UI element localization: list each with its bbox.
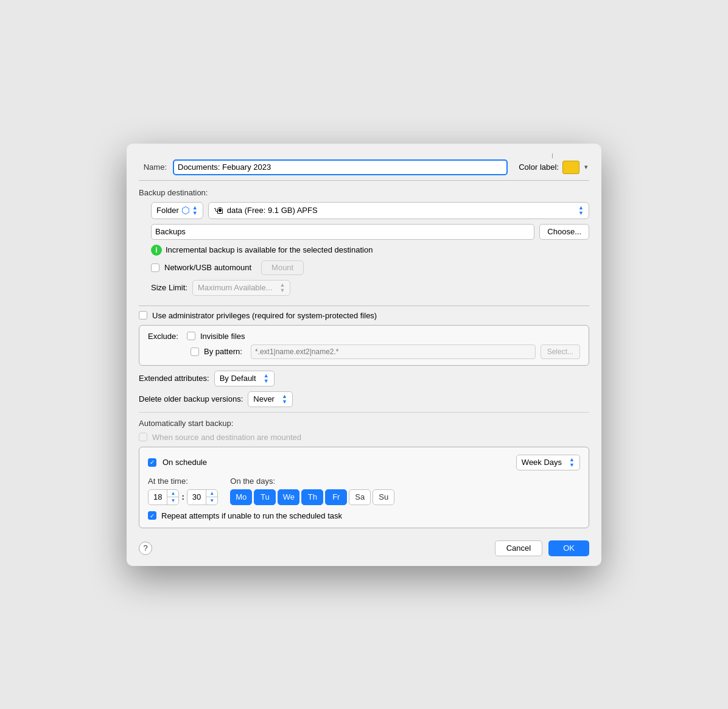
delete-older-select[interactable]: Never ▲▼: [248, 391, 293, 407]
exclude-box: Exclude: Invisible files By pattern: Sel…: [139, 325, 589, 366]
time-col: At the time: 18 ▲ ▼ : 30 ▲ ▼: [148, 477, 218, 505]
cancel-button[interactable]: Cancel: [495, 540, 542, 556]
repeat-checkbox[interactable]: [148, 511, 156, 520]
info-text: Incremental backup is available for the …: [166, 245, 373, 254]
backup-dest-section: Backup destination: Folder ⬡ ▲▼ 🖲 data (…: [139, 186, 589, 301]
days-buttons: Mo Tu We Th Fr Sa Su: [230, 489, 394, 505]
on-schedule-checkbox[interactable]: [148, 458, 156, 467]
day-fr-button[interactable]: Fr: [325, 489, 347, 505]
day-we-button[interactable]: We: [278, 489, 299, 505]
exclude-pattern-row: By pattern: Select...: [148, 344, 580, 359]
minutes-stepper[interactable]: 30 ▲ ▼: [187, 489, 218, 505]
exclude-label: Exclude:: [148, 332, 178, 341]
size-limit-select[interactable]: Maximum Available... ▲▼: [192, 280, 291, 296]
week-days-label: Week Days: [522, 458, 562, 467]
at-time-label: At the time:: [148, 477, 218, 486]
day-th-button[interactable]: Th: [301, 489, 323, 505]
invisible-files-checkbox[interactable]: [187, 332, 195, 340]
name-label: Name:: [139, 162, 167, 172]
network-usb-row: Network/USB automount Mount: [151, 260, 589, 275]
day-su-button[interactable]: Su: [373, 489, 394, 505]
color-label: Color label:: [519, 162, 559, 172]
day-sa-button[interactable]: Sa: [349, 489, 371, 505]
hours-arrows: ▲ ▼: [167, 490, 178, 505]
hours-value: 18: [149, 492, 167, 501]
backup-dest-row: Folder ⬡ ▲▼ 🖲 data (Free: 9.1 GB) APFS ▲…: [151, 202, 589, 219]
day-mo-button[interactable]: Mo: [230, 489, 252, 505]
backup-dialog: Name: Color label: ▾ Backup destination:…: [127, 144, 601, 566]
delete-older-label: Delete older backup versions:: [139, 394, 243, 403]
name-input[interactable]: [173, 159, 508, 175]
when-mounted-label: When source and destination are mounted: [152, 433, 301, 442]
info-icon: i: [151, 245, 162, 256]
name-row: Name: Color label: ▾: [139, 159, 589, 175]
mount-button: Mount: [261, 260, 304, 275]
choose-button[interactable]: Choose...: [539, 224, 589, 240]
color-chevron-button[interactable]: ▾: [583, 163, 589, 171]
extended-attr-label: Extended attributes:: [139, 374, 209, 383]
hours-down[interactable]: ▼: [167, 497, 178, 505]
size-placeholder: Maximum Available...: [198, 283, 273, 292]
when-mounted-checkbox[interactable]: [139, 433, 147, 441]
minutes-up[interactable]: ▲: [206, 490, 217, 497]
week-days-select[interactable]: Week Days ▲▼: [516, 455, 580, 470]
bottom-row: ? Cancel OK: [139, 536, 589, 556]
never-label: Never: [253, 394, 275, 403]
exclude-invisible-row: Exclude: Invisible files: [148, 332, 580, 341]
by-pattern-label: By pattern:: [204, 347, 242, 356]
delete-older-row: Delete older backup versions: Never ▲▼: [139, 391, 589, 407]
days-col: On the days: Mo Tu We Th Fr Sa Su: [230, 477, 394, 505]
folder-stepper-icon: ⬡: [181, 204, 190, 216]
extended-attr-row: Extended attributes: By Default ▲▼: [139, 371, 589, 386]
time-inputs: 18 ▲ ▼ : 30 ▲ ▼: [148, 489, 218, 505]
disk-label: data (Free: 9.1 GB) APFS: [227, 206, 318, 215]
disk-icon: 🖲: [214, 205, 223, 216]
path-row: Choose...: [151, 224, 589, 240]
by-pattern-checkbox[interactable]: [191, 348, 199, 356]
minutes-arrows: ▲ ▼: [206, 490, 217, 505]
time-colon: :: [181, 492, 184, 501]
size-limit-row: Size Limit: Maximum Available... ▲▼: [151, 280, 589, 296]
size-limit-label: Size Limit:: [151, 283, 187, 292]
admin-row: Use administrator privileges (required f…: [139, 311, 589, 320]
pattern-input[interactable]: [251, 344, 536, 359]
schedule-box: On schedule Week Days ▲▼ At the time: 18…: [139, 447, 589, 528]
repeat-row: Repeat attempts if unable to run the sch…: [148, 511, 580, 520]
folder-label: Folder: [156, 206, 179, 215]
network-usb-label: Network/USB automount: [164, 263, 251, 272]
day-tu-button[interactable]: Tu: [254, 489, 276, 505]
admin-checkbox[interactable]: [139, 311, 147, 320]
when-mounted-row: When source and destination are mounted: [139, 433, 589, 442]
on-schedule-row: On schedule Week Days ▲▼: [148, 455, 580, 470]
admin-label: Use administrator privileges (required f…: [152, 311, 377, 320]
folder-select[interactable]: Folder ⬡ ▲▼: [151, 202, 203, 219]
help-button[interactable]: ?: [139, 542, 152, 555]
on-schedule-label: On schedule: [163, 458, 207, 467]
repeat-label: Repeat attempts if unable to run the sch…: [161, 511, 342, 520]
by-default-label: By Default: [220, 374, 256, 383]
minutes-down[interactable]: ▼: [206, 497, 217, 505]
minutes-value: 30: [187, 492, 206, 501]
backup-dest-label: Backup destination:: [139, 188, 589, 197]
info-row: i Incremental backup is available for th…: [151, 245, 589, 256]
invisible-files-label: Invisible files: [200, 332, 245, 341]
row1-indicator: [139, 153, 589, 158]
color-swatch[interactable]: [562, 161, 579, 174]
disk-select[interactable]: 🖲 data (Free: 9.1 GB) APFS ▲▼: [208, 202, 589, 219]
backups-path-input[interactable]: [151, 224, 534, 240]
color-label-area: Color label: ▾: [519, 161, 589, 174]
hours-up[interactable]: ▲: [167, 490, 178, 497]
ok-button[interactable]: OK: [548, 540, 589, 556]
pattern-select-button[interactable]: Select...: [541, 344, 580, 359]
extended-attr-select[interactable]: By Default ▲▼: [214, 371, 275, 386]
hours-stepper[interactable]: 18 ▲ ▼: [148, 489, 179, 505]
auto-start-label: Automatically start backup:: [139, 419, 589, 428]
time-days-row: At the time: 18 ▲ ▼ : 30 ▲ ▼: [148, 477, 580, 505]
on-days-label: On the days:: [230, 477, 394, 486]
network-usb-checkbox[interactable]: [151, 264, 159, 272]
